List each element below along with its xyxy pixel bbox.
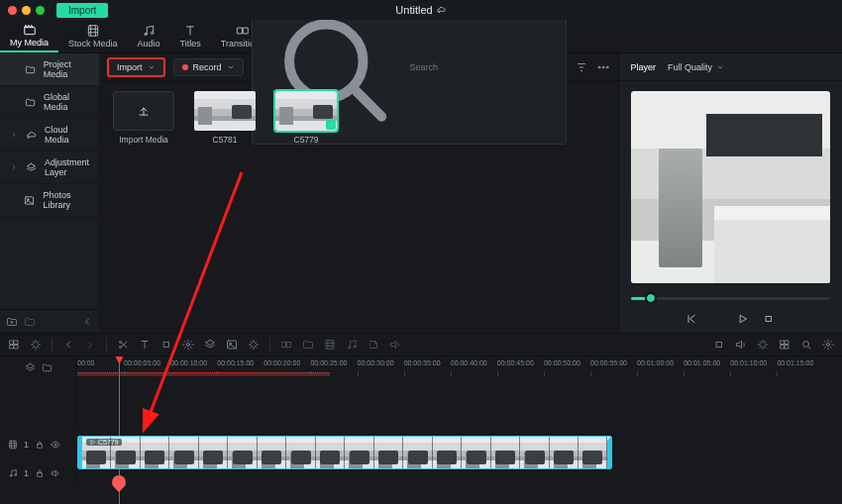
timeline-menu-icon[interactable]: [25, 362, 36, 373]
step-back-button[interactable]: [711, 313, 723, 325]
toolbar-tab-audio[interactable]: Audio: [128, 20, 170, 52]
search-input[interactable]: [410, 62, 560, 72]
sidebar-item-global[interactable]: Global Media: [0, 86, 99, 119]
ruler-tick: 00:00:40:00: [451, 359, 487, 366]
clip-label: C5779: [86, 439, 122, 446]
media-clip[interactable]: C5779: [275, 91, 337, 323]
timeline-marker[interactable]: [110, 472, 130, 492]
selection-tool-icon[interactable]: [8, 339, 20, 351]
media-sidebar: Project MediaGlobal MediaCloud MediaAdju…: [0, 53, 99, 333]
ruler-tick: 00:00:35:00: [404, 359, 441, 366]
player-preview[interactable]: [631, 91, 830, 283]
sidebar-item-adjust[interactable]: Adjustment Layer: [0, 151, 99, 184]
track-mute-icon[interactable]: [51, 468, 60, 478]
track-lock-icon[interactable]: [35, 440, 45, 450]
upload-icon: [137, 104, 151, 118]
toolbar-tab-my-media[interactable]: My Media: [0, 20, 58, 52]
video-track-header: 1: [0, 440, 77, 450]
video-track-icon: [8, 440, 18, 450]
redo-icon[interactable]: [84, 339, 96, 351]
ruler-tick: 00:00:50:00: [544, 359, 580, 366]
marker-c-icon[interactable]: [302, 339, 314, 351]
video-track-index: 1: [24, 440, 29, 450]
player-tab[interactable]: Player: [631, 62, 657, 72]
color-tool-icon[interactable]: [204, 339, 216, 351]
sidebar-item-label: Project Media: [44, 59, 89, 79]
marker-f-icon[interactable]: [368, 339, 379, 351]
video-track-body[interactable]: 1.00 x Freeze 1.00 x C5779: [77, 426, 842, 463]
import-media-label: Import Media: [119, 135, 168, 145]
marker-d-icon[interactable]: [324, 339, 336, 351]
ruler-tick: 00:00:45:00: [497, 359, 534, 366]
ruler-tick: 00:00:55:00: [590, 359, 627, 366]
sidebar-item-label: Adjustment Layer: [45, 157, 89, 177]
sidebar-item-cloud[interactable]: Cloud Media: [0, 119, 99, 151]
toolbar-tab-stock[interactable]: Stock Media: [58, 20, 128, 52]
folder-icon: [25, 97, 36, 108]
minimize-icon[interactable]: [22, 6, 31, 15]
maximize-icon[interactable]: [36, 6, 45, 15]
text-icon: [183, 24, 197, 38]
keyframe-tool-icon[interactable]: [248, 339, 260, 351]
crop-tool-icon[interactable]: [160, 339, 172, 351]
marker-tool-icon[interactable]: [757, 339, 769, 351]
empty-track-row: [0, 378, 842, 426]
toolbar-tab-titles[interactable]: Titles: [170, 20, 211, 52]
marker-g-icon[interactable]: [389, 339, 401, 351]
ruler-tick: 00:00:05:00: [124, 359, 160, 366]
close-icon[interactable]: [8, 6, 17, 15]
render-region: [77, 372, 330, 376]
track-visible-icon[interactable]: [51, 440, 60, 450]
audio-tool-icon[interactable]: [735, 339, 747, 351]
sidebar-item-photos[interactable]: Photos Library: [0, 184, 99, 217]
settings-icon[interactable]: [822, 339, 834, 351]
mode-tab-import[interactable]: Import: [56, 3, 108, 18]
audio-track-body[interactable]: [77, 463, 842, 483]
filter-icon[interactable]: [575, 60, 588, 74]
track-lock-icon[interactable]: [35, 468, 45, 478]
clip-name-label: C5781: [213, 135, 238, 145]
record-button[interactable]: Record: [173, 58, 244, 76]
sidebar-item-project[interactable]: Project Media: [0, 53, 99, 86]
sidebar-item-label: Global Media: [44, 92, 89, 112]
undo-icon[interactable]: [62, 339, 74, 351]
ruler-gutter: [0, 356, 77, 378]
audio-track-index: 1: [24, 468, 29, 478]
text-tool-icon[interactable]: [139, 339, 151, 351]
new-bin-icon[interactable]: [24, 316, 36, 328]
zoom-fit-icon[interactable]: [779, 339, 790, 351]
play-button[interactable]: [737, 313, 749, 325]
mask-tool-icon[interactable]: [226, 339, 238, 351]
import-button[interactable]: Import: [107, 57, 165, 77]
sidebar-item-label: Photos Library: [43, 190, 89, 210]
stop-button[interactable]: [763, 313, 775, 325]
lasso-tool-icon[interactable]: [30, 339, 42, 351]
ruler-tick: 00:00: [77, 359, 95, 366]
new-folder-icon[interactable]: [6, 316, 18, 328]
quality-dropdown[interactable]: Full Quality: [668, 62, 724, 72]
titlebar: Import Untitled: [0, 0, 842, 20]
chevron-right-icon: [10, 163, 18, 171]
marker-e-icon[interactable]: [346, 339, 358, 351]
marker-b-icon[interactable]: [280, 339, 292, 351]
timeline-ruler-row: 00:0000:00:05:0000:00:10:0000:00:15:0000…: [0, 356, 842, 378]
collapse-sidebar-icon[interactable]: [81, 316, 93, 328]
film-icon: [86, 24, 100, 38]
ruler-tick: 00:01:15:00: [777, 359, 813, 366]
zoom-tool-icon[interactable]: [800, 339, 812, 351]
prev-frame-button[interactable]: [685, 313, 697, 325]
cut-tool-icon[interactable]: [117, 339, 129, 351]
record-tool-icon[interactable]: [713, 339, 725, 351]
timeline-ruler[interactable]: 00:0000:00:05:0000:00:10:0000:00:15:0000…: [77, 356, 842, 378]
import-media-tile[interactable]: Import Media: [113, 91, 174, 323]
player-scrubber[interactable]: [631, 289, 830, 307]
play-icon: [89, 439, 96, 446]
timeline-add-icon[interactable]: [42, 362, 53, 373]
media-clip[interactable]: C5781: [194, 91, 256, 323]
edit-tools-bar: [0, 333, 842, 356]
media-panel: Import Record Import Media C5781C: [99, 53, 618, 333]
speed-tool-icon[interactable]: [182, 339, 194, 351]
image-icon: [24, 195, 35, 206]
more-icon[interactable]: [596, 60, 610, 74]
cloud-icon: [26, 130, 37, 141]
